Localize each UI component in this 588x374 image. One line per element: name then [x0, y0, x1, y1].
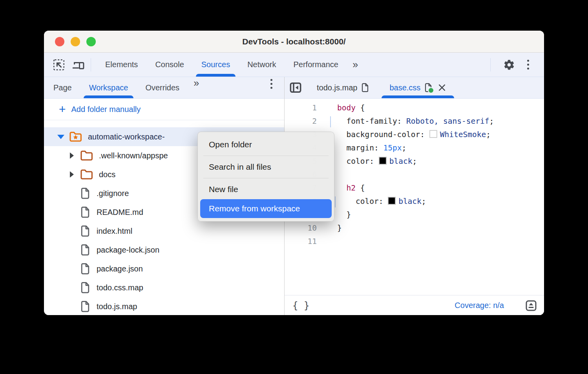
code-text: } [337, 208, 351, 222]
toolbar-right-divider [490, 58, 491, 72]
file-icon [80, 244, 90, 256]
editor-tab-todo-js-map[interactable]: todo.js.map [307, 77, 379, 98]
code-text: color: black; [337, 155, 417, 168]
file-icon [80, 263, 90, 275]
tree-file-package-json[interactable]: package.json [44, 259, 284, 278]
file-icon [361, 83, 369, 92]
menu-item-open-folder[interactable]: Open folder [198, 135, 334, 154]
line-number[interactable]: 10 [285, 222, 317, 235]
window-title: DevTools - localhost:8000/ [44, 37, 544, 46]
tree-node-label: docs [99, 170, 115, 179]
indent-guide [330, 116, 331, 127]
tree-node-label: package.json [97, 264, 143, 273]
menu-separator [203, 156, 329, 156]
panel-tab-network[interactable]: Network [239, 53, 285, 77]
more-panels-icon[interactable]: ›› [347, 59, 362, 71]
line-number[interactable]: 11 [285, 235, 317, 248]
line-number[interactable]: 2 [285, 115, 317, 128]
tree-node-label: .gitignore [97, 189, 129, 198]
indent-guide [335, 196, 336, 207]
panel-tab-label: Elements [105, 60, 138, 69]
menu-item-label: Search in all files [209, 162, 271, 172]
toolbar-divider [91, 58, 91, 72]
folder-icon [80, 150, 93, 161]
sidebar-tab-label: Page [53, 83, 72, 92]
show-drawer-icon[interactable] [525, 300, 537, 312]
toggle-sidebar-icon[interactable] [285, 77, 307, 98]
color-swatch[interactable] [379, 157, 387, 165]
tree-node-label: automatic-workspace- [88, 132, 165, 141]
editor-tab-strip: todo.js.mapbase.css [285, 77, 544, 99]
more-sidebar-tabs-icon[interactable]: ›› [188, 77, 203, 98]
file-icon [424, 83, 432, 92]
tree-node-label: package-lock.json [97, 246, 159, 255]
tree-node-label: todo.js.map [97, 302, 137, 311]
tree-file-todo-css-map[interactable]: todo.css.map [44, 278, 284, 297]
code-text: body { [337, 101, 365, 115]
editor-tab-label: base.css [389, 83, 420, 92]
panel-tab-console[interactable]: Console [146, 53, 192, 77]
panel-tab-sources[interactable]: Sources [193, 53, 239, 77]
code-text: background-color: WhiteSmoke; [337, 128, 491, 141]
color-swatch[interactable] [388, 197, 396, 205]
editor-tab-label: todo.js.map [317, 83, 357, 92]
code-line: 11 [285, 235, 544, 248]
tree-node-label: README.md [97, 208, 143, 217]
panel-tab-elements[interactable]: Elements [97, 53, 146, 77]
add-folder-manually-button[interactable]: + Add folder manually [44, 99, 284, 120]
sidebar-tab-workspace[interactable]: Workspace [80, 77, 137, 98]
close-tab-icon[interactable] [438, 83, 446, 92]
file-icon [80, 206, 90, 218]
zoom-window-button[interactable] [86, 37, 96, 46]
editor-tab-base-css[interactable]: base.css [379, 77, 457, 98]
main-toolbar: ElementsConsoleSourcesNetworkPerformance… [44, 53, 544, 77]
main-menu-kebab-icon[interactable] [522, 58, 534, 72]
expand-arrow-icon[interactable] [68, 152, 75, 159]
file-icon [80, 301, 90, 312]
code-line: 10} [285, 222, 544, 235]
tree-file-package-lock-json[interactable]: package-lock.json [44, 240, 284, 259]
code-text: h2 { [337, 182, 365, 195]
code-line: 2 font-family: Roboto, sans-serif; [285, 115, 544, 128]
tree-node-label: index.html [97, 227, 132, 236]
devtools-window: DevTools - localhost:8000/ ElementsConso… [44, 31, 544, 315]
menu-item-label: New file [209, 185, 238, 194]
code-line: 1body { [285, 101, 544, 115]
sidebar-tab-overrides[interactable]: Overrides [137, 77, 188, 98]
file-icon [80, 187, 90, 199]
traffic-lights [55, 31, 96, 52]
add-folder-label: Add folder manually [71, 105, 141, 114]
menu-item-label: Remove from workspace [209, 204, 300, 213]
settings-gear-icon[interactable] [502, 58, 516, 72]
titlebar: DevTools - localhost:8000/ [44, 31, 544, 53]
sidebar-tab-page[interactable]: Page [45, 77, 80, 98]
minimize-window-button[interactable] [71, 37, 80, 46]
collapse-arrow-icon[interactable] [57, 135, 64, 139]
sidebar-kebab-icon[interactable] [265, 77, 277, 90]
linked-file-green-dot [428, 87, 434, 94]
panel-tab-label: Performance [294, 60, 339, 69]
color-swatch[interactable] [429, 130, 437, 138]
inspect-element-icon[interactable] [52, 58, 66, 72]
tree-file-index-html[interactable]: index.html [44, 222, 284, 240]
menu-item-search-in-all-files[interactable]: Search in all files [198, 157, 334, 177]
panel-tab-label: Network [247, 60, 276, 69]
context-menu: Open folderSearch in all filesNew fileRe… [197, 132, 334, 222]
code-text: color: black; [337, 195, 426, 208]
folder-icon [80, 169, 93, 180]
menu-item-new-file[interactable]: New file [198, 180, 334, 199]
file-icon [80, 282, 90, 293]
menu-item-remove-from-workspace[interactable]: Remove from workspace [200, 199, 332, 218]
tree-file-todo-js-map[interactable]: todo.js.map [44, 297, 284, 315]
line-number[interactable]: 1 [285, 101, 317, 115]
close-window-button[interactable] [55, 37, 64, 46]
panel-tab-performance[interactable]: Performance [285, 53, 347, 77]
expand-arrow-icon[interactable] [68, 171, 75, 178]
pretty-print-icon[interactable]: { } [292, 300, 309, 311]
editor-status-bar: { } Coverage: n/a [285, 295, 544, 315]
device-toolbar-icon[interactable] [72, 58, 85, 72]
code-text: font-family: Roboto, sans-serif; [337, 115, 494, 128]
folder-icon [69, 131, 82, 142]
tree-node-label: todo.css.map [97, 283, 143, 292]
coverage-link[interactable]: Coverage: n/a [455, 301, 504, 310]
